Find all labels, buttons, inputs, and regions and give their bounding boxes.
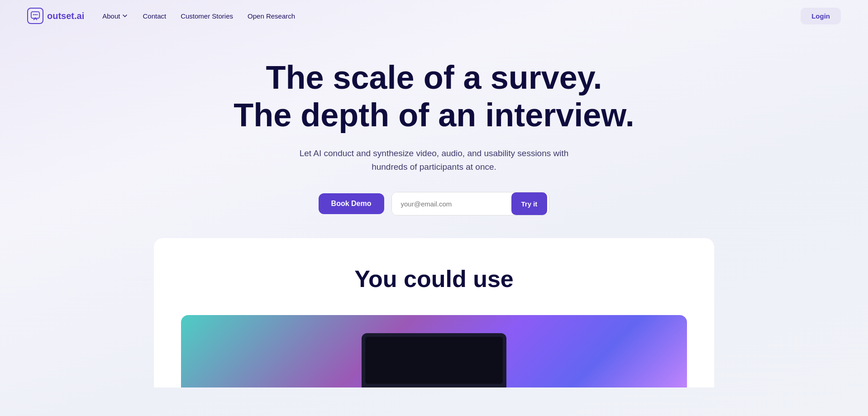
email-input[interactable] [392, 192, 510, 215]
hero-actions: Book Demo Try it [319, 192, 550, 215]
nav-customer-stories[interactable]: Customer Stories [181, 12, 233, 20]
nav-left: outset.ai About Contact Customer Stories… [27, 8, 295, 24]
hero-section: The scale of a survey. The depth of an i… [0, 32, 868, 238]
hero-subtitle: Let AI conduct and synthesize video, aud… [298, 147, 570, 174]
logo-icon [27, 8, 43, 24]
logo[interactable]: outset.ai [27, 8, 84, 24]
book-demo-button[interactable]: Book Demo [319, 193, 384, 214]
svg-point-2 [35, 14, 36, 15]
mock-screen [362, 333, 506, 387]
logo-svg [30, 11, 40, 21]
email-form: Try it [391, 192, 550, 215]
card-title: You could use [181, 265, 687, 292]
nav-contact[interactable]: Contact [143, 12, 166, 20]
mock-screen-inner [365, 337, 503, 384]
logo-text: outset.ai [47, 11, 84, 21]
chevron-down-icon [122, 13, 128, 19]
card-image-area [181, 315, 687, 387]
hero-title: The scale of a survey. The depth of an i… [234, 59, 634, 134]
navbar: outset.ai About Contact Customer Stories… [0, 0, 868, 32]
nav-links: About Contact Customer Stories Open Rese… [102, 12, 295, 20]
card-wrapper: You could use [0, 238, 868, 387]
nav-about[interactable]: About [102, 12, 128, 20]
card-inner: You could use [154, 238, 714, 387]
login-button[interactable]: Login [801, 8, 841, 24]
nav-open-research[interactable]: Open Research [248, 12, 295, 20]
try-it-button[interactable]: Try it [511, 192, 548, 215]
svg-point-1 [33, 14, 34, 15]
svg-point-3 [36, 14, 38, 15]
